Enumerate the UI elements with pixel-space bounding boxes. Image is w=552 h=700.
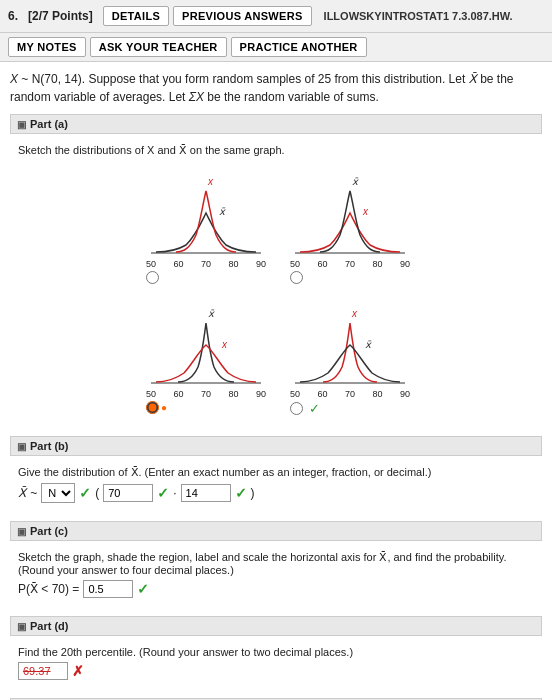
problem-points: [2/7 Points] — [28, 9, 93, 23]
svg-text:x: x — [221, 339, 228, 350]
part-d-content: Find the 20th percentile. (Round your an… — [10, 642, 542, 688]
axis-labels-top-left: 5060708090 — [146, 259, 266, 269]
part-c-section: ▣ Part (c) Sketch the graph, shade the r… — [10, 521, 542, 606]
xbar-symbol: X̄ — [18, 486, 26, 500]
mean-input[interactable] — [103, 484, 153, 502]
graph-top-right[interactable]: x̄ x — [290, 163, 410, 258]
part-c-prob-label: P(X̄ < 70) = — [18, 582, 79, 596]
tilde-sym: ~ — [30, 486, 37, 500]
mean-check: ✓ — [157, 485, 169, 501]
graph-grid-row2: x̄ x 5060708090 ● — [18, 293, 538, 416]
axis-labels-bottom-right: 5060708090 — [290, 389, 410, 399]
open-paren: ( — [95, 486, 99, 500]
collapse-icon-a: ▣ — [17, 119, 26, 130]
close-paren: ) — [251, 486, 255, 500]
part-d-section: ▣ Part (d) Find the 20th percentile. (Ro… — [10, 616, 542, 688]
collapse-icon-c: ▣ — [17, 526, 26, 537]
hw-code: ILLOWSKYINTROSTAT1 7.3.087.HW. — [324, 10, 513, 22]
radio-top-left[interactable] — [146, 271, 159, 284]
details-button[interactable]: DETAILS — [103, 6, 169, 26]
my-notes-button[interactable]: MY NOTES — [8, 37, 86, 57]
practice-another-button[interactable]: PRACTICE ANOTHER — [231, 37, 367, 57]
part-b-header[interactable]: ▣ Part (b) — [10, 436, 542, 456]
part-a-header[interactable]: ▣ Part (a) — [10, 114, 542, 134]
distribution-select[interactable]: N — [41, 483, 75, 503]
part-d-answer-input[interactable] — [18, 662, 68, 680]
part-c-header[interactable]: ▣ Part (c) — [10, 521, 542, 541]
part-d-instruction: Find the 20th percentile. (Round your an… — [18, 646, 538, 658]
graph-grid: x x̄ 5060708090 — [18, 163, 538, 287]
part-a-label: Part (a) — [30, 118, 68, 130]
graph-top-right-container: x̄ x 5060708090 — [290, 163, 410, 287]
part-d-cross: ✗ — [72, 663, 84, 679]
part-d-label: Part (d) — [30, 620, 69, 632]
part-b-section: ▣ Part (b) Give the distribution of X̄. … — [10, 436, 542, 511]
svg-text:x̄: x̄ — [365, 339, 372, 350]
ask-teacher-button[interactable]: ASK YOUR TEACHER — [90, 37, 227, 57]
part-c-instruction: Sketch the graph, shade the region, labe… — [18, 551, 538, 576]
graph-bottom-right[interactable]: x x̄ — [290, 293, 410, 388]
top-bar: 6. [2/7 Points] DETAILS PREVIOUS ANSWERS… — [0, 0, 552, 33]
axis-labels-bottom-left: 5060708090 — [146, 389, 266, 399]
radio-top-right[interactable] — [290, 271, 303, 284]
dot-sep: · — [173, 486, 176, 500]
previous-answers-button[interactable]: PREVIOUS ANSWERS — [173, 6, 312, 26]
svg-text:x̄: x̄ — [352, 176, 359, 187]
axis-labels-top-right: 5060708090 — [290, 259, 410, 269]
part-a-instruction: Sketch the distributions of X and X̄ on … — [18, 144, 538, 157]
part-a-section: ▣ Part (a) Sketch the distributions of X… — [10, 114, 542, 426]
dist-check: ✓ — [79, 485, 91, 501]
part-b-answer-row: X̄ ~ N ✓ ( ✓ · ✓ ) — [18, 483, 255, 503]
part-c-content: Sketch the graph, shade the region, labe… — [10, 547, 542, 606]
graph-top-left[interactable]: x x̄ — [146, 163, 266, 258]
svg-text:x: x — [351, 308, 358, 319]
svg-text:x̄: x̄ — [219, 206, 226, 217]
part-b-label: Part (b) — [30, 440, 69, 452]
svg-text:x: x — [207, 176, 214, 187]
part-b-content: Give the distribution of X̄. (Enter an e… — [10, 462, 542, 511]
part-c-prob-input[interactable] — [83, 580, 133, 598]
radio-bottom-left[interactable] — [146, 401, 159, 414]
part-c-check: ✓ — [137, 581, 149, 597]
problem-statement: X ~ N(70, 14). Suppose that you form ran… — [10, 70, 542, 106]
part-b-instruction: Give the distribution of X̄. (Enter an e… — [18, 466, 538, 479]
second-bar: MY NOTES ASK YOUR TEACHER PRACTICE ANOTH… — [0, 33, 552, 62]
graph-bottom-right-container: x x̄ 5060708090 ✓ — [290, 293, 410, 416]
part-d-header[interactable]: ▣ Part (d) — [10, 616, 542, 636]
graph-top-left-container: x x̄ 5060708090 — [146, 163, 266, 287]
graph-bottom-left-container: x̄ x 5060708090 ● — [146, 293, 266, 416]
selected-indicator: ● — [161, 402, 167, 413]
collapse-icon-b: ▣ — [17, 441, 26, 452]
svg-text:x̄: x̄ — [208, 308, 215, 319]
graph-bottom-left[interactable]: x̄ x — [146, 293, 266, 388]
svg-text:x: x — [362, 206, 369, 217]
part-a-content: Sketch the distributions of X and X̄ on … — [10, 140, 542, 426]
problem-number: 6. — [8, 9, 18, 23]
stddev-check: ✓ — [235, 485, 247, 501]
content-area: X ~ N(70, 14). Suppose that you form ran… — [0, 62, 552, 700]
part-d-answer-row: ✗ — [18, 662, 84, 680]
collapse-icon-d: ▣ — [17, 621, 26, 632]
part-c-label: Part (c) — [30, 525, 68, 537]
stddev-input[interactable] — [181, 484, 231, 502]
correct-check: ✓ — [309, 401, 320, 416]
part-c-answer-row: P(X̄ < 70) = ✓ — [18, 580, 149, 598]
radio-bottom-right[interactable] — [290, 402, 303, 415]
